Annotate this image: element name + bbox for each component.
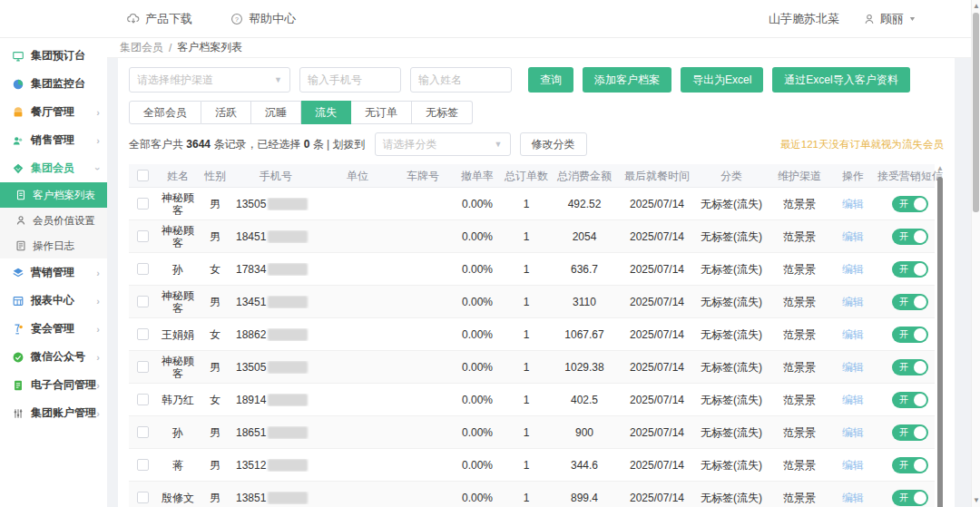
edit-link[interactable]: 编辑: [842, 296, 864, 308]
table-cell: 范景景: [768, 296, 831, 308]
row-checkbox[interactable]: [137, 198, 149, 210]
table-cell: 范景景: [768, 394, 831, 406]
table-cell: 男: [200, 296, 230, 308]
sidebar-subitem[interactable]: 操作日志: [0, 233, 107, 258]
user-menu[interactable]: 顾丽 ▼: [863, 11, 916, 27]
page-scrollbar[interactable]: ▲ ▼: [971, 0, 980, 507]
row-checkbox[interactable]: [137, 230, 149, 242]
edit-link[interactable]: 编辑: [842, 263, 864, 276]
phone-cell: 18914: [230, 394, 321, 406]
sidebar-item[interactable]: 集团监控台: [0, 70, 107, 98]
tab-无标签[interactable]: 无标签: [412, 101, 473, 124]
import-excel-button[interactable]: 通过Excel导入客户资料: [772, 67, 909, 93]
edit-link[interactable]: 编辑: [842, 361, 864, 374]
sms-toggle[interactable]: 开: [892, 229, 928, 245]
table-cell: 0.00%: [452, 394, 503, 406]
search-button[interactable]: 查询: [528, 67, 573, 93]
row-checkbox[interactable]: [137, 492, 149, 503]
sidebar-item[interactable]: 电子合同管理›: [0, 371, 107, 399]
select-all-checkbox[interactable]: [137, 170, 149, 181]
row-checkbox[interactable]: [137, 263, 149, 275]
row-checkbox[interactable]: [137, 296, 149, 307]
table-scrollbar-thumb[interactable]: [937, 177, 943, 507]
column-header: 单位: [321, 170, 394, 182]
sms-toggle[interactable]: 开: [892, 490, 928, 506]
sms-toggle[interactable]: 开: [892, 196, 928, 212]
edit-link[interactable]: 编辑: [842, 198, 864, 210]
toggle-knob: [914, 230, 926, 243]
table-cell: 2025/07/14: [619, 263, 695, 276]
doc-icon: [15, 189, 27, 201]
sidebar-subitem[interactable]: 客户档案列表: [0, 182, 107, 208]
row-checkbox[interactable]: [137, 426, 149, 438]
sms-toggle[interactable]: 开: [892, 392, 928, 408]
redacted-phone: [268, 198, 308, 210]
edit-link[interactable]: 编辑: [842, 459, 864, 472]
modify-category-button[interactable]: 修改分类: [520, 132, 587, 156]
edit-link[interactable]: 编辑: [842, 492, 864, 504]
member-status-tabs: 全部会员活跃沉睡流失无订单无标签: [129, 101, 944, 124]
total-count: 3644: [186, 138, 211, 151]
phone-input[interactable]: [299, 67, 401, 93]
sidebar-item[interactable]: 集团会员›: [0, 154, 107, 182]
row-checkbox[interactable]: [137, 328, 149, 340]
sidebar-item[interactable]: 销售管理›: [0, 126, 107, 154]
banquet-icon: [12, 323, 24, 336]
edit-link[interactable]: 编辑: [842, 230, 864, 243]
tab-活跃[interactable]: 活跃: [201, 101, 251, 124]
table-scrollbar[interactable]: ▲: [936, 164, 944, 507]
scroll-up-icon[interactable]: ▲: [972, 2, 980, 10]
edit-link[interactable]: 编辑: [842, 328, 864, 341]
add-customer-button[interactable]: 添加客户档案: [583, 67, 671, 93]
table-cell: 男: [200, 459, 230, 472]
sidebar-submenu: 客户档案列表会员价值设置操作日志: [0, 182, 107, 258]
tab-沉睡[interactable]: 沉睡: [251, 101, 301, 124]
row-checkbox[interactable]: [137, 459, 149, 471]
export-excel-button[interactable]: 导出为Excel: [681, 67, 763, 93]
table-cell: 1: [503, 230, 550, 243]
table-cell: 女: [200, 328, 230, 341]
category-select[interactable]: 请选择分类 ▼: [375, 132, 511, 156]
sms-toggle[interactable]: 开: [892, 261, 928, 278]
table-cell: 1: [503, 361, 550, 374]
table-row: 神秘顾客男184510.00%120542025/07/14无标签(流失)范景景…: [129, 220, 935, 253]
tab-流失[interactable]: 流失: [301, 101, 351, 124]
breadcrumb-parent[interactable]: 集团会员: [120, 40, 163, 55]
sidebar-item[interactable]: 集团预订台: [0, 42, 107, 70]
tab-无订单[interactable]: 无订单: [351, 101, 412, 124]
sms-toggle[interactable]: 开: [892, 457, 928, 473]
sms-toggle[interactable]: 开: [892, 424, 928, 441]
sidebar-item[interactable]: 集团账户管理›: [0, 399, 107, 427]
row-checkbox[interactable]: [137, 361, 149, 373]
help-center-button[interactable]: ? 帮助中心: [230, 11, 296, 27]
chevron-right-icon: ›: [96, 408, 100, 419]
product-download-button[interactable]: 产品下载: [127, 11, 192, 27]
restaurant-icon: [12, 106, 24, 119]
sidebar-item[interactable]: 微信公众号›: [0, 343, 107, 371]
table-cell: 0.00%: [452, 426, 503, 439]
sidebar-item[interactable]: 营销管理›: [0, 258, 107, 287]
maintenance-channel-select[interactable]: 请选择维护渠道 ▼: [129, 67, 290, 93]
scroll-up-icon[interactable]: ▲: [936, 164, 944, 175]
scroll-down-icon[interactable]: ▼: [972, 496, 980, 504]
table-cell: 2025/07/14: [619, 296, 695, 308]
sms-toggle[interactable]: 开: [892, 294, 928, 310]
sms-toggle[interactable]: 开: [892, 327, 928, 343]
edit-link[interactable]: 编辑: [842, 394, 864, 406]
sms-toggle[interactable]: 开: [892, 359, 928, 375]
sidebar-item[interactable]: 报表中心›: [0, 287, 107, 315]
tab-全部会员[interactable]: 全部会员: [129, 101, 201, 124]
name-input[interactable]: [410, 67, 512, 93]
sidebar-item[interactable]: 宴会管理›: [0, 315, 107, 343]
column-header: 性别: [200, 170, 230, 182]
sidebar-item[interactable]: 餐厅管理›: [0, 98, 107, 126]
redacted-phone: [268, 459, 308, 472]
row-checkbox[interactable]: [137, 394, 149, 405]
table-cell: 无标签(流失): [695, 492, 768, 504]
table-row: 神秘顾客男135050.00%1492.522025/07/14无标签(流失)范…: [129, 188, 935, 220]
edit-link[interactable]: 编辑: [842, 426, 864, 439]
breadcrumb-separator: /: [169, 42, 172, 54]
sidebar-subitem[interactable]: 会员价值设置: [0, 208, 107, 233]
page-scrollbar-thumb[interactable]: [973, 13, 979, 212]
table-cell: 2025/07/14: [619, 230, 695, 243]
